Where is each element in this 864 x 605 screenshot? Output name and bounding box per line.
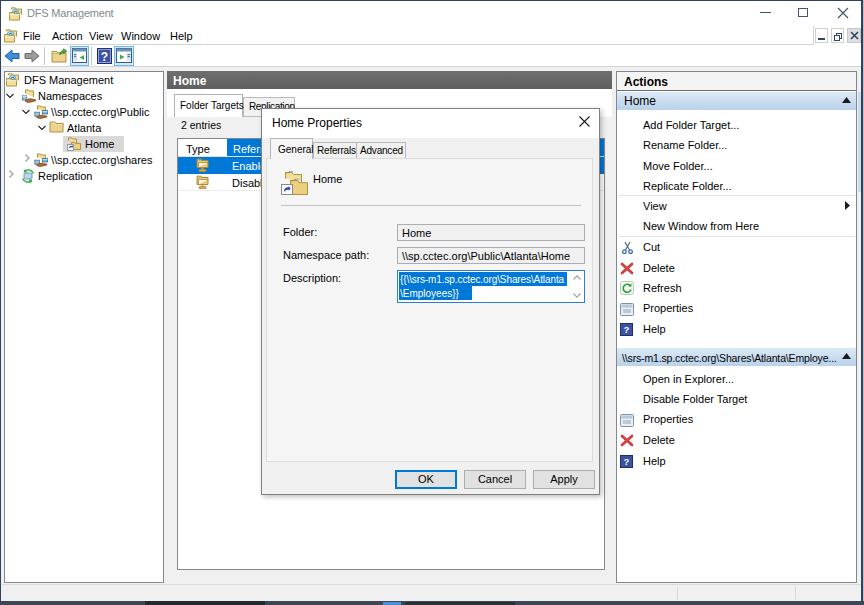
svg-text:?: ? (624, 324, 630, 335)
svg-text:?: ? (101, 50, 108, 64)
svg-text:?: ? (624, 456, 630, 467)
